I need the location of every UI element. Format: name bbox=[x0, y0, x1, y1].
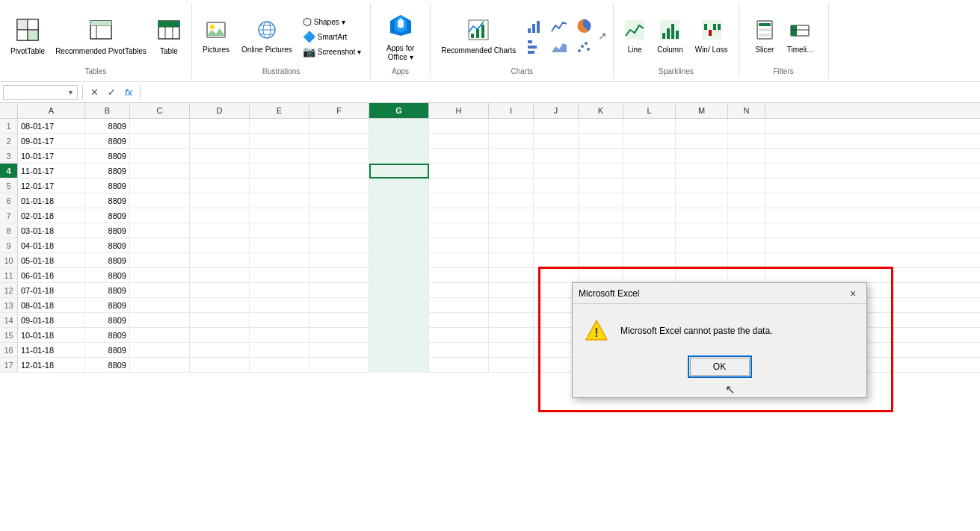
cell-f2[interactable] bbox=[309, 134, 369, 149]
cell-g6[interactable] bbox=[369, 193, 429, 208]
cell-j5[interactable] bbox=[534, 178, 579, 193]
cell-a6[interactable]: 01-01-18 bbox=[18, 193, 85, 208]
cell-g3[interactable] bbox=[369, 149, 429, 164]
cell-n9[interactable] bbox=[728, 238, 765, 253]
smartart-button[interactable]: 🔷 SmartArt bbox=[300, 30, 364, 43]
row-number[interactable]: 14 bbox=[0, 313, 18, 327]
cell-h15[interactable] bbox=[429, 328, 489, 343]
cell-f3[interactable] bbox=[309, 149, 369, 164]
cell-h12[interactable] bbox=[429, 283, 489, 298]
cell-b7[interactable]: 8809 bbox=[85, 208, 130, 223]
cell-c2[interactable] bbox=[130, 134, 190, 149]
cell-d16[interactable] bbox=[190, 343, 250, 358]
cell-m7[interactable] bbox=[676, 208, 728, 223]
cell-n6[interactable] bbox=[728, 193, 765, 208]
formula-input[interactable] bbox=[145, 85, 977, 100]
cell-l3[interactable] bbox=[623, 149, 676, 164]
confirm-button[interactable]: ✓ bbox=[105, 87, 119, 98]
cell-m3[interactable] bbox=[676, 149, 728, 164]
cell-e15[interactable] bbox=[250, 328, 309, 343]
col-header-g[interactable]: G bbox=[369, 103, 429, 118]
cell-n5[interactable] bbox=[728, 178, 765, 193]
cell-h9[interactable] bbox=[429, 238, 489, 253]
cell-f16[interactable] bbox=[309, 343, 369, 358]
cell-b8[interactable]: 8809 bbox=[85, 223, 130, 238]
cell-k1[interactable] bbox=[579, 119, 623, 134]
charts-expand-icon[interactable]: ↗ bbox=[598, 30, 607, 42]
cell-c12[interactable] bbox=[130, 283, 190, 298]
cell-f5[interactable] bbox=[309, 178, 369, 193]
sparkline-win-loss-button[interactable]: Win/ Loss bbox=[691, 18, 733, 56]
cell-g12[interactable] bbox=[369, 283, 429, 298]
cell-e17[interactable] bbox=[250, 358, 309, 373]
col-header-a[interactable]: A bbox=[18, 103, 85, 118]
cell-b2[interactable]: 8809 bbox=[85, 134, 130, 149]
cell-a14[interactable]: 09-01-18 bbox=[18, 313, 85, 328]
cell-e13[interactable] bbox=[250, 298, 309, 313]
cell-e4[interactable] bbox=[250, 164, 309, 178]
cell-h8[interactable] bbox=[429, 223, 489, 238]
cell-m1[interactable] bbox=[676, 119, 728, 134]
formula-button[interactable]: fx bbox=[122, 87, 135, 98]
cell-c8[interactable] bbox=[130, 223, 190, 238]
cell-l6[interactable] bbox=[623, 193, 676, 208]
cell-l2[interactable] bbox=[623, 134, 676, 149]
col-header-e[interactable]: E bbox=[250, 103, 309, 118]
cell-c6[interactable] bbox=[130, 193, 190, 208]
cell-k6[interactable] bbox=[579, 193, 623, 208]
cell-j11[interactable] bbox=[534, 268, 579, 283]
cell-l8[interactable] bbox=[623, 223, 676, 238]
cell-h6[interactable] bbox=[429, 193, 489, 208]
cell-f9[interactable] bbox=[309, 238, 369, 253]
name-box-dropdown[interactable]: ▼ bbox=[67, 89, 74, 96]
cell-g17[interactable] bbox=[369, 358, 429, 373]
row-number[interactable]: 8 bbox=[0, 223, 18, 237]
cell-j8[interactable] bbox=[534, 223, 579, 238]
cell-j6[interactable] bbox=[534, 193, 579, 208]
cell-h11[interactable] bbox=[429, 268, 489, 283]
row-number[interactable]: 17 bbox=[0, 358, 18, 372]
cell-k5[interactable] bbox=[579, 178, 623, 193]
cell-c17[interactable] bbox=[130, 358, 190, 373]
cell-c10[interactable] bbox=[130, 253, 190, 268]
cell-e9[interactable] bbox=[250, 238, 309, 253]
cell-j2[interactable] bbox=[534, 134, 579, 149]
cell-d2[interactable] bbox=[190, 134, 250, 149]
cell-d7[interactable] bbox=[190, 208, 250, 223]
cell-a8[interactable]: 03-01-18 bbox=[18, 223, 85, 238]
cell-i13[interactable] bbox=[489, 298, 534, 313]
cell-l1[interactable] bbox=[623, 119, 676, 134]
cell-c7[interactable] bbox=[130, 208, 190, 223]
cell-b16[interactable]: 8809 bbox=[85, 343, 130, 358]
cell-n4[interactable] bbox=[728, 164, 765, 178]
cell-f11[interactable] bbox=[309, 268, 369, 283]
row-number[interactable]: 16 bbox=[0, 343, 18, 357]
cell-a2[interactable]: 09-01-17 bbox=[18, 134, 85, 149]
col-header-l[interactable]: L bbox=[623, 103, 676, 118]
cell-d8[interactable] bbox=[190, 223, 250, 238]
pivot-table-button[interactable]: PivotTable bbox=[6, 16, 49, 58]
cell-f6[interactable] bbox=[309, 193, 369, 208]
apps-for-office-button[interactable]: Apps forOffice ▾ bbox=[382, 10, 419, 63]
cell-h16[interactable] bbox=[429, 343, 489, 358]
cell-d10[interactable] bbox=[190, 253, 250, 268]
cell-e14[interactable] bbox=[250, 313, 309, 328]
cell-i11[interactable] bbox=[489, 268, 534, 283]
cell-i12[interactable] bbox=[489, 283, 534, 298]
row-number[interactable]: 4 bbox=[0, 164, 18, 178]
cell-l9[interactable] bbox=[623, 238, 676, 253]
cell-d17[interactable] bbox=[190, 358, 250, 373]
cell-m5[interactable] bbox=[676, 178, 728, 193]
cell-b10[interactable]: 8809 bbox=[85, 253, 130, 268]
cell-n3[interactable] bbox=[728, 149, 765, 164]
cell-g16[interactable] bbox=[369, 343, 429, 358]
cell-c5[interactable] bbox=[130, 178, 190, 193]
row-number[interactable]: 6 bbox=[0, 193, 18, 208]
cell-c4[interactable] bbox=[130, 164, 190, 178]
chart-scatter-button[interactable] bbox=[573, 37, 594, 57]
cell-d14[interactable] bbox=[190, 313, 250, 328]
cell-m9[interactable] bbox=[676, 238, 728, 253]
cell-b1[interactable]: 8809 bbox=[85, 119, 130, 134]
cell-e2[interactable] bbox=[250, 134, 309, 149]
cell-c16[interactable] bbox=[130, 343, 190, 358]
